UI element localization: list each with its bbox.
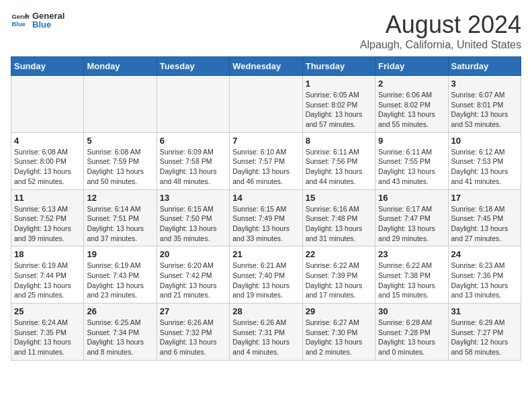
calendar-table: SundayMondayTuesdayWednesdayThursdayFrid… <box>11 56 521 361</box>
calendar-cell: 25Sunrise: 6:24 AMSunset: 7:35 PMDayligh… <box>11 304 84 361</box>
day-number: 24 <box>451 249 518 259</box>
day-detail: Sunrise: 6:13 AMSunset: 7:52 PMDaylight:… <box>14 204 81 244</box>
day-number: 19 <box>87 249 153 259</box>
svg-text:Blue: Blue <box>12 21 26 28</box>
day-detail: Sunrise: 6:15 AMSunset: 7:50 PMDaylight:… <box>160 204 226 244</box>
calendar-cell: 19Sunrise: 6:19 AMSunset: 7:43 PMDayligh… <box>84 246 157 304</box>
day-detail: Sunrise: 6:22 AMSunset: 7:39 PMDaylight:… <box>306 261 372 300</box>
day-number: 20 <box>160 249 226 259</box>
day-number: 25 <box>14 306 81 316</box>
weekday-header-saturday: Saturday <box>448 57 521 76</box>
day-detail: Sunrise: 6:21 AMSunset: 7:40 PMDaylight:… <box>232 261 299 300</box>
calendar-cell: 9Sunrise: 6:11 AMSunset: 7:55 PMDaylight… <box>375 132 448 189</box>
day-number: 31 <box>451 306 518 316</box>
day-detail: Sunrise: 6:20 AMSunset: 7:42 PMDaylight:… <box>160 261 226 300</box>
day-detail: Sunrise: 6:19 AMSunset: 7:43 PMDaylight:… <box>87 261 153 300</box>
calendar-cell <box>11 76 84 133</box>
day-number: 3 <box>451 79 518 89</box>
calendar-cell: 22Sunrise: 6:22 AMSunset: 7:39 PMDayligh… <box>302 246 375 304</box>
day-number: 22 <box>306 249 372 259</box>
day-detail: Sunrise: 6:05 AMSunset: 8:02 PMDaylight:… <box>306 90 372 130</box>
calendar-week-row: 25Sunrise: 6:24 AMSunset: 7:35 PMDayligh… <box>11 304 521 361</box>
day-number: 30 <box>378 306 445 316</box>
calendar-cell: 12Sunrise: 6:14 AMSunset: 7:51 PMDayligh… <box>84 189 157 246</box>
calendar-cell: 13Sunrise: 6:15 AMSunset: 7:50 PMDayligh… <box>157 189 229 246</box>
day-detail: Sunrise: 6:22 AMSunset: 7:38 PMDaylight:… <box>378 261 445 300</box>
day-detail: Sunrise: 6:26 AMSunset: 7:32 PMDaylight:… <box>160 318 226 357</box>
day-number: 1 <box>306 79 372 89</box>
weekday-header-wednesday: Wednesday <box>230 57 302 76</box>
calendar-cell: 10Sunrise: 6:12 AMSunset: 7:53 PMDayligh… <box>448 132 521 189</box>
day-detail: Sunrise: 6:28 AMSunset: 7:28 PMDaylight:… <box>378 318 445 357</box>
logo-icon: General Blue <box>11 11 30 30</box>
calendar-cell: 26Sunrise: 6:25 AMSunset: 7:34 PMDayligh… <box>84 304 157 361</box>
calendar-cell: 11Sunrise: 6:13 AMSunset: 7:52 PMDayligh… <box>11 189 84 246</box>
day-detail: Sunrise: 6:23 AMSunset: 7:36 PMDaylight:… <box>451 261 518 300</box>
day-number: 12 <box>87 193 153 203</box>
day-number: 15 <box>306 193 372 203</box>
weekday-header-monday: Monday <box>84 57 157 76</box>
calendar-cell: 5Sunrise: 6:08 AMSunset: 7:59 PMDaylight… <box>84 132 157 189</box>
day-detail: Sunrise: 6:08 AMSunset: 7:59 PMDaylight:… <box>87 147 153 187</box>
calendar-cell: 2Sunrise: 6:06 AMSunset: 8:02 PMDaylight… <box>375 76 448 133</box>
day-number: 29 <box>306 306 372 316</box>
logo: General Blue General Blue <box>11 11 64 30</box>
day-detail: Sunrise: 6:17 AMSunset: 7:47 PMDaylight:… <box>378 204 445 244</box>
day-detail: Sunrise: 6:09 AMSunset: 7:58 PMDaylight:… <box>160 147 226 187</box>
day-number: 23 <box>378 249 445 259</box>
day-number: 26 <box>87 306 153 316</box>
calendar-cell: 8Sunrise: 6:11 AMSunset: 7:56 PMDaylight… <box>302 132 375 189</box>
day-number: 6 <box>160 136 226 146</box>
calendar-cell: 18Sunrise: 6:19 AMSunset: 7:44 PMDayligh… <box>11 246 84 304</box>
page-header: General Blue General Blue August 2024 Al… <box>11 11 521 51</box>
calendar-cell: 7Sunrise: 6:10 AMSunset: 7:57 PMDaylight… <box>230 132 302 189</box>
day-number: 21 <box>232 249 299 259</box>
calendar-cell: 23Sunrise: 6:22 AMSunset: 7:38 PMDayligh… <box>375 246 448 304</box>
day-detail: Sunrise: 6:14 AMSunset: 7:51 PMDaylight:… <box>87 204 153 244</box>
calendar-week-row: 18Sunrise: 6:19 AMSunset: 7:44 PMDayligh… <box>11 246 521 304</box>
calendar-cell: 3Sunrise: 6:07 AMSunset: 8:01 PMDaylight… <box>448 76 521 133</box>
day-detail: Sunrise: 6:11 AMSunset: 7:56 PMDaylight:… <box>306 147 372 187</box>
day-number: 8 <box>306 136 372 146</box>
day-detail: Sunrise: 6:16 AMSunset: 7:48 PMDaylight:… <box>306 204 372 244</box>
day-detail: Sunrise: 6:29 AMSunset: 7:27 PMDaylight:… <box>451 318 518 357</box>
calendar-cell: 24Sunrise: 6:23 AMSunset: 7:36 PMDayligh… <box>448 246 521 304</box>
calendar-cell: 31Sunrise: 6:29 AMSunset: 7:27 PMDayligh… <box>448 304 521 361</box>
day-number: 27 <box>160 306 226 316</box>
day-detail: Sunrise: 6:07 AMSunset: 8:01 PMDaylight:… <box>451 90 518 130</box>
day-detail: Sunrise: 6:06 AMSunset: 8:02 PMDaylight:… <box>378 90 445 130</box>
calendar-cell <box>84 76 157 133</box>
day-number: 10 <box>451 136 518 146</box>
day-detail: Sunrise: 6:08 AMSunset: 8:00 PMDaylight:… <box>14 147 81 187</box>
day-number: 13 <box>160 193 226 203</box>
subtitle: Alpaugh, California, United States <box>360 39 521 51</box>
calendar-week-row: 4Sunrise: 6:08 AMSunset: 8:00 PMDaylight… <box>11 132 521 189</box>
day-number: 11 <box>14 193 81 203</box>
calendar-cell: 28Sunrise: 6:26 AMSunset: 7:31 PMDayligh… <box>230 304 302 361</box>
day-detail: Sunrise: 6:11 AMSunset: 7:55 PMDaylight:… <box>378 147 445 187</box>
day-number: 28 <box>232 306 299 316</box>
day-detail: Sunrise: 6:19 AMSunset: 7:44 PMDaylight:… <box>14 261 81 300</box>
day-detail: Sunrise: 6:24 AMSunset: 7:35 PMDaylight:… <box>14 318 81 357</box>
calendar-cell <box>230 76 302 133</box>
calendar-cell: 17Sunrise: 6:18 AMSunset: 7:45 PMDayligh… <box>448 189 521 246</box>
day-number: 5 <box>87 136 153 146</box>
weekday-header-sunday: Sunday <box>11 57 84 76</box>
weekday-header-row: SundayMondayTuesdayWednesdayThursdayFrid… <box>11 57 521 76</box>
calendar-week-row: 1Sunrise: 6:05 AMSunset: 8:02 PMDaylight… <box>11 76 521 133</box>
day-number: 7 <box>232 136 299 146</box>
calendar-cell: 20Sunrise: 6:20 AMSunset: 7:42 PMDayligh… <box>157 246 229 304</box>
logo-blue-text: Blue <box>32 20 64 29</box>
calendar-cell: 4Sunrise: 6:08 AMSunset: 8:00 PMDaylight… <box>11 132 84 189</box>
day-detail: Sunrise: 6:10 AMSunset: 7:57 PMDaylight:… <box>232 147 299 187</box>
day-detail: Sunrise: 6:25 AMSunset: 7:34 PMDaylight:… <box>87 318 153 357</box>
calendar-cell: 21Sunrise: 6:21 AMSunset: 7:40 PMDayligh… <box>230 246 302 304</box>
day-number: 16 <box>378 193 445 203</box>
day-detail: Sunrise: 6:26 AMSunset: 7:31 PMDaylight:… <box>232 318 299 357</box>
day-number: 9 <box>378 136 445 146</box>
calendar-cell: 15Sunrise: 6:16 AMSunset: 7:48 PMDayligh… <box>302 189 375 246</box>
calendar-week-row: 11Sunrise: 6:13 AMSunset: 7:52 PMDayligh… <box>11 189 521 246</box>
day-number: 18 <box>14 249 81 259</box>
day-number: 4 <box>14 136 81 146</box>
calendar-cell: 14Sunrise: 6:15 AMSunset: 7:49 PMDayligh… <box>230 189 302 246</box>
